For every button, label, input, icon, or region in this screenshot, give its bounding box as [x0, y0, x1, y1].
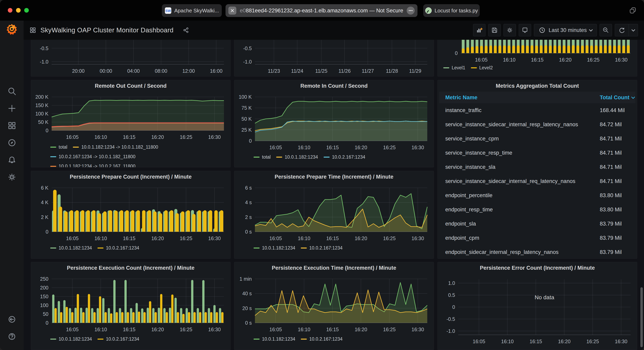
svg-text:16:05: 16:05: [269, 235, 282, 241]
sidebar-item-explore[interactable]: [0, 134, 24, 151]
dashboard-settings-button[interactable]: [504, 24, 516, 36]
svg-text:20:00: 20:00: [72, 68, 85, 73]
legend-item[interactable]: 10.0.2.167:1234: [324, 153, 365, 161]
legend-item[interactable]: 10.0.1.182:1234: [50, 244, 92, 252]
svg-text:2 s: 2 s: [245, 214, 252, 220]
total-count-cell: 83.79 Mil: [600, 221, 636, 227]
legend-item[interactable]: 10.0.2.167:1234 -> 10.0.1.182_11800: [50, 153, 136, 161]
tab-more-button[interactable]: [407, 6, 415, 14]
window-close-button[interactable]: [8, 8, 12, 12]
share-icon[interactable]: [183, 27, 189, 33]
dashboard-grid-icon[interactable]: [29, 26, 36, 34]
sidebar-item-dashboards[interactable]: [0, 117, 24, 134]
tab-active-dashboard[interactable]: e0881eed4-22961232.ap-east-1.elb.amazona…: [226, 4, 418, 17]
panel-title[interactable]: Persistence Execution Count (Increment) …: [32, 262, 229, 274]
svg-text:08:00: 08:00: [155, 68, 167, 73]
legend-swatch-icon: [254, 157, 260, 158]
panel-title[interactable]: Metrics Aggregation Total Count: [439, 80, 636, 92]
sidebar-item-search[interactable]: [0, 82, 24, 100]
svg-text:11/27: 11/27: [362, 68, 374, 73]
chart-remote-out[interactable]: 16:0516:1016:1516:2016:2516:30200 K150 K…: [32, 92, 229, 142]
svg-text:16:25: 16:25: [383, 235, 396, 241]
svg-text:11/26: 11/26: [338, 68, 350, 73]
legend-item[interactable]: 10.0.1.182:1234 -> 10.0.2.167_11800: [50, 163, 136, 168]
chart-remote-in[interactable]: 16:0516:1016:1516:2016:2516:30100 K75 K5…: [236, 92, 432, 152]
table-header-total-count[interactable]: Total Count: [600, 95, 636, 101]
chart-exec-time[interactable]: 16:0516:1016:1516:2016:2516:301 min40 s2…: [236, 274, 432, 334]
tab-close-button[interactable]: [228, 6, 236, 14]
legend-item[interactable]: 10.0.2.167:1234: [98, 335, 139, 343]
zoom-out-button[interactable]: [600, 24, 612, 36]
legend-item[interactable]: 10.0.2.167:1234: [98, 244, 139, 252]
legend-item[interactable]: 10.0.1.182:1234 -> 10.0.1.182_11800: [73, 143, 158, 151]
chart-overview-a[interactable]: 20:0000:0004:0008:0012:0016:00-0.5-1.0: [32, 40, 229, 73]
total-count-cell: 83.80 Mil: [600, 206, 636, 213]
panel-title[interactable]: Persistence Execution Time (Increment) /…: [236, 262, 432, 274]
sidebar-item-create[interactable]: [0, 100, 24, 117]
tab-locust[interactable]: Locust for tasks.py: [423, 4, 480, 17]
sidebar-item-sign-out[interactable]: [0, 311, 24, 328]
window-zoom-button[interactable]: [24, 8, 29, 12]
tab-apache-skywalking[interactable]: SW Apache SkyWalki...: [162, 4, 222, 17]
panel-title[interactable]: Remote Out Count / Second: [32, 80, 229, 92]
svg-text:16:10: 16:10: [298, 327, 310, 332]
metric-name-cell: service_instance_sidecar_internal_resp_l…: [439, 122, 600, 128]
table-row: service_instance_resp_time84.71 Mil: [439, 146, 636, 160]
table-header-row: Metric NameTotal Count: [439, 92, 636, 103]
metric-name-cell: instance_traffic: [439, 107, 600, 114]
total-count-cell: 83.79 Mil: [600, 235, 636, 241]
panel-title[interactable]: Persistence Prepare Count (Increment) / …: [32, 171, 229, 182]
chart-levels[interactable]: 16:0516:1016:1516:2016:2516:300: [439, 40, 636, 63]
legend-item[interactable]: Level1: [443, 64, 465, 71]
add-panel-button[interactable]: [473, 24, 486, 36]
sidebar-item-configuration[interactable]: [0, 169, 24, 185]
refresh-button[interactable]: [615, 24, 628, 36]
cycle-view-button[interactable]: [519, 24, 531, 36]
panel-title[interactable]: Persistence Error Count (Increment) / Mi…: [439, 262, 636, 274]
panel-title[interactable]: Remote In Count / Second: [236, 80, 432, 92]
legend-item[interactable]: Level2: [471, 64, 493, 71]
legend-item[interactable]: 10.0.1.182:1234: [254, 335, 295, 343]
svg-text:16:25: 16:25: [383, 145, 396, 150]
legend-item[interactable]: total: [50, 143, 67, 151]
tab-overview-icon[interactable]: [629, 6, 637, 14]
chart-exec-count[interactable]: 16:0516:1016:1516:2016:2516:302502001501…: [32, 274, 229, 334]
ellipsis-icon: [408, 8, 413, 13]
legend-item[interactable]: total: [254, 153, 270, 161]
window-minimize-button[interactable]: [16, 8, 20, 12]
refresh-interval-dropdown[interactable]: [629, 24, 638, 36]
sidebar-item-alerting[interactable]: [0, 151, 24, 169]
legend-item[interactable]: 10.0.2.167:1234: [301, 244, 342, 252]
table-row: service_instance_sidecar_internal_resp_l…: [439, 118, 636, 132]
svg-text:16:05: 16:05: [66, 235, 79, 241]
svg-text:0: 0: [452, 304, 455, 310]
chart-error-count[interactable]: 16:0516:1016:1516:2016:2516:301.00.50-0.…: [439, 274, 636, 348]
panel-title[interactable]: Persistence Prepare Time (Increment) / M…: [236, 171, 432, 182]
svg-text:75 K: 75 K: [242, 105, 252, 111]
table-header-metric-name[interactable]: Metric Name: [439, 95, 600, 101]
save-dashboard-button[interactable]: [488, 24, 501, 36]
legend-item[interactable]: 10.0.1.182:1234: [254, 244, 295, 252]
scrollbar-thumb[interactable]: [640, 287, 643, 347]
svg-text:16:00: 16:00: [210, 68, 222, 73]
legend-item[interactable]: 10.0.1.182:1234: [50, 335, 92, 343]
chart-overview-b[interactable]: 11/2311/2411/2511/2611/2711/2811/29-0.5-…: [236, 40, 432, 73]
bell-icon: [7, 155, 16, 165]
svg-text:200: 200: [40, 285, 48, 291]
legend-item[interactable]: 10.0.1.182:1234: [276, 153, 318, 161]
legend-item[interactable]: 10.0.2.167:1234: [301, 335, 342, 343]
time-range-picker[interactable]: Last 30 minutes: [534, 24, 597, 36]
svg-text:16:15: 16:15: [530, 339, 542, 344]
chart-prepare-count[interactable]: 16:0516:1016:1516:2016:2516:306 K4 K2 K0: [32, 182, 229, 243]
svg-text:150: 150: [40, 294, 48, 299]
legend-label: 10.0.1.182:1234 -> 10.0.2.167_11800: [59, 163, 136, 168]
svg-text:20 s: 20 s: [242, 306, 252, 311]
legend-label: 10.0.1.182:1234: [59, 244, 92, 252]
chart-prepare-time[interactable]: 16:0516:1016:1516:2016:2516:306 s4 s2 s0…: [236, 182, 432, 243]
sidebar-item-help[interactable]: [0, 328, 24, 345]
page-title[interactable]: SkyWalking OAP Cluster Monitor Dashboard: [40, 26, 174, 34]
legend-swatch-icon: [301, 247, 307, 248]
refresh-icon: [618, 26, 626, 34]
grafana-logo-icon[interactable]: [6, 23, 18, 36]
time-range-label: Last 30 minutes: [548, 27, 587, 33]
